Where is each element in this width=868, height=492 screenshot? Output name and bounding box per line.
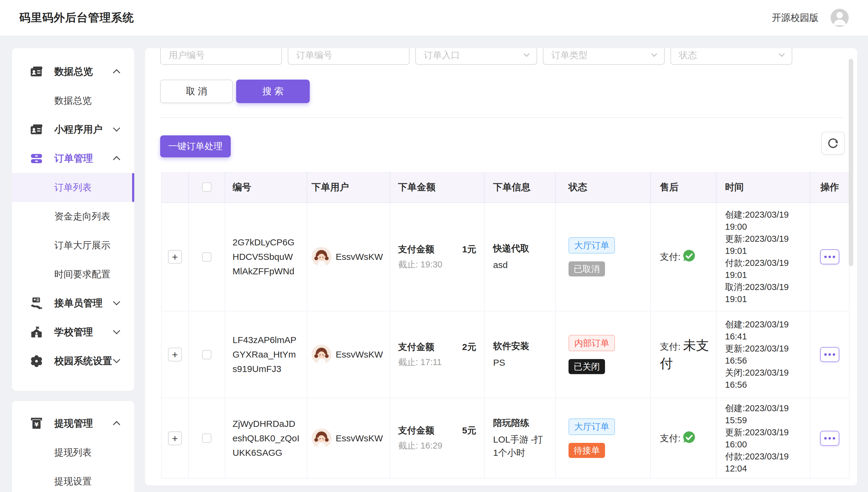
chevron-up-icon xyxy=(113,156,120,163)
batch-process-button[interactable]: 一键订单处理 xyxy=(160,136,231,157)
order-id: ZjWyDHRDaJDeshQL8K0_zQoIUKK6SAGG xyxy=(233,417,299,460)
order-info-title: 快递代取 xyxy=(493,242,529,255)
time-closed: 关闭:2023/03/19 16:56 xyxy=(725,367,805,391)
pay-label: 支付: xyxy=(660,342,680,351)
column-header-status: 状态 xyxy=(556,172,651,203)
app-title: 码里码外后台管理系统 xyxy=(19,10,134,25)
row-checkbox[interactable] xyxy=(202,350,211,359)
time-cancelled: 取消:2023/03/19 19:01 xyxy=(725,281,805,305)
order-id: LF43zAP6lmAPGYXRaa_HtYms919UmFJ3 xyxy=(233,333,299,376)
status-select[interactable]: 状态 xyxy=(671,48,792,65)
refresh-button[interactable] xyxy=(821,132,845,155)
girl-avatar-icon xyxy=(312,345,332,365)
user-id-input[interactable] xyxy=(160,48,282,65)
table-header-row: 编号 下单用户 下单金额 下单信息 状态 售后 时间 操作 xyxy=(161,172,849,203)
column-header-id: 编号 xyxy=(225,172,307,203)
expand-row-button[interactable]: + xyxy=(168,432,182,445)
status-tag: 大厅订单 xyxy=(569,418,615,435)
time-paid: 付款:2023/03/19 12:04 xyxy=(725,450,805,474)
withdraw-icon: ¥ xyxy=(29,417,43,430)
cancel-button[interactable]: 取 消 xyxy=(160,80,233,103)
row-checkbox[interactable] xyxy=(202,434,211,443)
sidebar-item-order-taker-management[interactable]: 接单员管理 xyxy=(12,289,134,318)
time-updated: 更新:2023/03/19 16:00 xyxy=(725,426,805,450)
vertical-scrollbar[interactable] xyxy=(849,59,853,266)
sidebar-item-withdraw-management[interactable]: ¥ 提现管理 xyxy=(12,409,134,438)
chevron-down-icon xyxy=(524,51,530,57)
chevron-down-icon xyxy=(113,327,120,334)
status-tag: 内部订单 xyxy=(569,335,615,351)
sidebar-item-miniprogram-users[interactable]: 小程序用户 xyxy=(12,115,134,144)
column-header-amount: 下单金额 xyxy=(390,172,485,203)
girl-avatar-icon xyxy=(312,247,332,267)
sidebar-item-school-management[interactable]: 学校管理 xyxy=(12,318,134,347)
time-paid: 付款:2023/03/19 19:01 xyxy=(725,257,805,281)
status-tag: 待接单 xyxy=(569,443,605,458)
order-management-icon xyxy=(29,152,43,166)
table-row: + 2G7kDLyCP6GHDCV5SbquWMlAkZFFpWNd EssvW… xyxy=(161,203,849,312)
select-all-cell xyxy=(189,172,225,203)
more-actions-button[interactable] xyxy=(820,347,839,362)
status-tag: 大厅订单 xyxy=(569,237,615,253)
refresh-icon xyxy=(827,137,839,150)
svg-text:¥: ¥ xyxy=(34,421,39,428)
time-updated: 更新:2023/03/19 19:01 xyxy=(725,233,805,257)
pay-label: 支付: xyxy=(660,433,680,443)
wechat-pay-success-icon xyxy=(682,430,696,444)
sidebar-item-order-list[interactable]: 订单列表 xyxy=(12,173,134,202)
expand-header-cell xyxy=(162,172,189,203)
user-avatar-icon[interactable] xyxy=(830,9,849,27)
order-entry-select[interactable]: 订单入口 xyxy=(415,48,537,65)
chevron-down-icon xyxy=(113,356,120,363)
sidebar-withdraw-section: ¥ 提现管理 提现列表 提现设置 xyxy=(12,401,134,492)
amount-label: 支付金额 xyxy=(398,243,434,256)
girl-avatar-icon xyxy=(312,428,332,448)
edition-label: 开源校园版 xyxy=(772,11,819,24)
main-content-card: 订单入口 订单类型 状态 取 消 搜 索 一键订单处理 编号 下单用户 下单金额… xyxy=(145,48,857,485)
partial-next-row xyxy=(161,479,849,485)
active-indicator-bar xyxy=(132,173,134,202)
campus-settings-icon xyxy=(29,354,43,368)
divider xyxy=(160,117,843,118)
app-header: 码里码外后台管理系统 开源校园版 xyxy=(0,0,868,35)
user-name: EssvWsKW xyxy=(336,349,383,360)
table-row: + ZjWyDHRDaJDeshQL8K0_zQoIUKK6SAGG EssvW… xyxy=(161,398,849,479)
column-header-aftersale: 售后 xyxy=(651,172,717,203)
pay-label: 支付: xyxy=(660,252,680,262)
time-created: 创建:2023/03/19 19:00 xyxy=(725,208,805,233)
sidebar-item-order-management[interactable]: 订单管理 xyxy=(12,144,134,173)
select-all-checkbox[interactable] xyxy=(202,182,211,192)
sidebar: 数据总览 数据总览 小程序用户 订单管理 订单列表 资金走向列表 订单大厅展示 … xyxy=(12,48,134,391)
table-row: + LF43zAP6lmAPGYXRaa_HtYms919UmFJ3 EssvW… xyxy=(161,312,849,398)
sidebar-item-time-requirement-config[interactable]: 时间要求配置 xyxy=(12,260,134,289)
data-overview-icon xyxy=(29,65,43,79)
search-button[interactable]: 搜 索 xyxy=(236,80,310,103)
user-name: EssvWsKW xyxy=(336,252,383,262)
chevron-up-icon xyxy=(113,69,120,76)
status-tag: 已取消 xyxy=(569,262,605,276)
sidebar-item-withdraw-settings[interactable]: 提现设置 xyxy=(12,467,134,492)
sidebar-item-order-hall-display[interactable]: 订单大厅展示 xyxy=(12,231,134,260)
sidebar-item-campus-settings[interactable]: 校园系统设置 xyxy=(12,347,134,376)
order-taker-icon xyxy=(29,296,43,310)
chevron-up-icon xyxy=(113,421,120,428)
time-created: 创建:2023/03/19 16:41 xyxy=(725,318,805,342)
more-actions-icon xyxy=(824,353,827,356)
amount-value: 1元 xyxy=(462,243,476,256)
sidebar-item-data-overview-sub[interactable]: 数据总览 xyxy=(12,86,134,115)
status-tag: 已关闭 xyxy=(569,359,605,374)
more-actions-button[interactable] xyxy=(820,249,839,264)
deadline: 截止: 19:30 xyxy=(398,259,476,271)
person-icon xyxy=(830,9,849,27)
sidebar-item-data-overview[interactable]: 数据总览 xyxy=(12,57,134,86)
expand-row-button[interactable]: + xyxy=(168,348,182,362)
expand-row-button[interactable]: + xyxy=(168,250,182,264)
order-type-select[interactable]: 订单类型 xyxy=(543,48,665,65)
order-id-input[interactable] xyxy=(288,48,410,65)
sidebar-item-withdraw-list[interactable]: 提现列表 xyxy=(12,438,134,467)
more-actions-button[interactable] xyxy=(820,431,839,446)
sidebar-item-fund-flow-list[interactable]: 资金走向列表 xyxy=(12,202,134,231)
order-info-detail: asd xyxy=(493,259,529,272)
more-actions-icon xyxy=(824,437,827,440)
row-checkbox[interactable] xyxy=(202,252,211,262)
